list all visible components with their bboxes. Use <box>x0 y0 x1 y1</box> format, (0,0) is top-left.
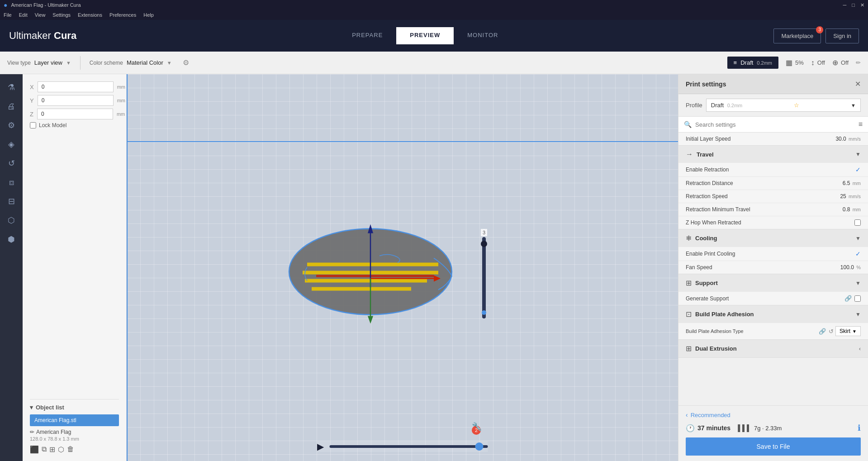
tool-scale[interactable]: ◈ <box>3 136 20 153</box>
profile-chip[interactable]: ≡ Draft 0.2mm <box>727 57 778 69</box>
support-setting[interactable]: ↕ Off <box>811 59 825 67</box>
x-input[interactable] <box>38 81 114 92</box>
settings-menu-icon[interactable]: ≡ <box>859 120 863 128</box>
retraction-distance-unit: mm <box>853 181 861 186</box>
save-to-file-button[interactable]: Save to File <box>686 437 861 456</box>
adhesion-type-label: Build Plate Adhesion Type <box>686 328 819 334</box>
settings-icon[interactable]: ⚙ <box>183 58 189 67</box>
menu-edit[interactable]: Edit <box>19 12 28 18</box>
z-input[interactable] <box>37 109 113 119</box>
search-input[interactable] <box>695 121 855 128</box>
logo-light: Ultimaker <box>9 30 54 41</box>
menu-help[interactable]: Help <box>143 12 154 18</box>
dual-extrusion-chevron-icon: ‹ <box>859 346 861 352</box>
z-hop-checkbox[interactable] <box>854 219 861 226</box>
generate-support-link-icon[interactable]: 🔗 <box>844 295 852 302</box>
tab-prepare[interactable]: PREPARE <box>338 27 396 44</box>
color-scheme-value[interactable]: Material Color <box>127 59 163 66</box>
view-type-value[interactable]: Layer view <box>34 59 62 66</box>
x-label: X <box>30 84 34 90</box>
cooling-section-header[interactable]: ❄ Cooling ▼ <box>678 229 868 247</box>
tool-view[interactable]: ⚗ <box>3 79 20 96</box>
tool-print[interactable]: 🖨 <box>3 98 20 115</box>
action-copy-icon[interactable]: ⧉ <box>42 445 47 454</box>
y-input[interactable] <box>38 95 114 106</box>
profile-select[interactable]: Draft 0.2mm ☆ ▼ <box>706 99 861 112</box>
viewport[interactable]: ▶ 3 2 🔧 <box>127 74 678 461</box>
recommended-button[interactable]: Recommended <box>691 412 730 418</box>
fan-speed-value[interactable]: 100.0 % <box>840 264 861 271</box>
color-scheme-chevron-icon[interactable]: ▼ <box>167 60 172 66</box>
tab-monitor[interactable]: MONITOR <box>454 27 512 44</box>
action-clone-icon[interactable]: ⊞ <box>49 445 55 454</box>
maximize-button[interactable]: □ <box>852 2 855 8</box>
vertical-layer-track[interactable] <box>482 237 486 318</box>
tool-support[interactable]: ⊟ <box>3 193 20 210</box>
tool-mirror[interactable]: ⧈ <box>3 174 20 191</box>
print-settings-close-button[interactable]: ✕ <box>855 80 861 88</box>
adhesion-setting[interactable]: ⊕ Off <box>832 58 849 67</box>
tool-cylinder[interactable]: ⬡ <box>3 212 20 229</box>
menu-extensions[interactable]: Extensions <box>78 12 102 18</box>
menubar: File Edit View Settings Extensions Prefe… <box>0 10 868 20</box>
clock-icon: 🕐 <box>686 424 695 432</box>
menu-preferences[interactable]: Preferences <box>109 12 136 18</box>
wrench-tool[interactable]: 🔧 <box>472 422 482 432</box>
print-time: 🕐 37 minutes <box>686 424 730 432</box>
adhesion-icon: ⊕ <box>832 58 838 67</box>
retraction-min-travel-value[interactable]: 0.8 mm <box>843 206 861 213</box>
dual-extrusion-section-header[interactable]: ⊞ Dual Extrusion ‹ <box>678 340 868 357</box>
svg-rect-2 <box>307 262 438 266</box>
marketplace-button[interactable]: Marketplace 3 <box>773 29 821 43</box>
menu-view[interactable]: View <box>35 12 46 18</box>
tool-boot[interactable]: ⬢ <box>3 231 20 248</box>
enable-cooling-check[interactable]: ✓ <box>855 250 861 257</box>
action-delete-icon[interactable]: 🗑 <box>67 445 74 454</box>
action-cube-icon[interactable]: ⬛ <box>30 445 39 454</box>
travel-section-header[interactable]: → Travel ▼ <box>678 146 868 163</box>
tab-preview[interactable]: PREVIEW <box>396 27 454 44</box>
object-file-item[interactable]: American Flag.stl <box>30 414 119 426</box>
minimize-button[interactable]: ─ <box>843 2 847 8</box>
view-type-chevron-icon[interactable]: ▼ <box>66 60 71 66</box>
retraction-speed-value[interactable]: 25 mm/s <box>840 193 861 200</box>
view-type-group: View type Layer view ▼ <box>7 59 71 66</box>
vertical-layer-thumb[interactable] <box>481 241 487 247</box>
menu-file[interactable]: File <box>4 12 12 18</box>
profile-row: Profile Draft 0.2mm ☆ ▼ <box>678 94 868 117</box>
tool-rotate[interactable]: ↺ <box>3 155 20 172</box>
object-list-chevron-icon: ▾ <box>30 404 33 411</box>
build-plate-section-header[interactable]: ⊡ Build Plate Adhesion ▼ <box>678 305 868 323</box>
play-button[interactable]: ▶ <box>317 441 324 452</box>
infill-setting[interactable]: ▦ 5% <box>786 58 804 67</box>
lock-checkbox[interactable] <box>30 122 36 128</box>
print-time-value: 37 minutes <box>697 424 730 432</box>
adhesion-type-undo-icon[interactable]: ↺ <box>829 328 834 335</box>
menu-settings[interactable]: Settings <box>52 12 71 18</box>
model-3d <box>280 204 470 332</box>
info-button[interactable]: ℹ <box>858 423 861 433</box>
action-group-icon[interactable]: ⬡ <box>58 445 64 454</box>
profile-size: 0.2mm <box>757 60 772 66</box>
layer-slider-thumb[interactable] <box>475 442 483 451</box>
print-settings-body[interactable]: Profile Draft 0.2mm ☆ ▼ 🔍 ≡ Initial La <box>678 94 868 405</box>
toolbar-edit-icon[interactable]: ✏ <box>856 59 861 66</box>
layer-slider-track[interactable] <box>329 445 488 448</box>
generate-support-checkbox[interactable] <box>854 295 861 302</box>
signin-button[interactable]: Sign in <box>825 29 859 43</box>
z-label: Z <box>30 111 33 118</box>
adhesion-type-dropdown[interactable]: Skirt ▼ <box>835 326 861 336</box>
tool-transform[interactable]: ⚙ <box>3 117 20 134</box>
build-plate-chevron-icon: ▼ <box>855 311 861 318</box>
left-tool-panel: ⚗ 🖨 ⚙ ◈ ↺ ⧈ ⊟ ⬡ ⬢ <box>0 74 23 461</box>
support-section-header[interactable]: ⊞ Support ▼ <box>678 274 868 292</box>
adhesion-type-link-icon[interactable]: 🔗 <box>819 328 826 335</box>
enable-retraction-check[interactable]: ✓ <box>855 166 861 173</box>
close-button[interactable]: ✕ <box>860 2 864 8</box>
playback-bar: ▶ <box>317 441 488 452</box>
profile-name: Draft <box>740 59 753 66</box>
object-list-section: ▾ Object list American Flag.stl ✏ Americ… <box>30 399 119 454</box>
object-list-header[interactable]: ▾ Object list <box>30 404 119 411</box>
build-plate-title: Build Plate Adhesion <box>695 311 754 318</box>
retraction-distance-value[interactable]: 6.5 mm <box>843 180 861 186</box>
